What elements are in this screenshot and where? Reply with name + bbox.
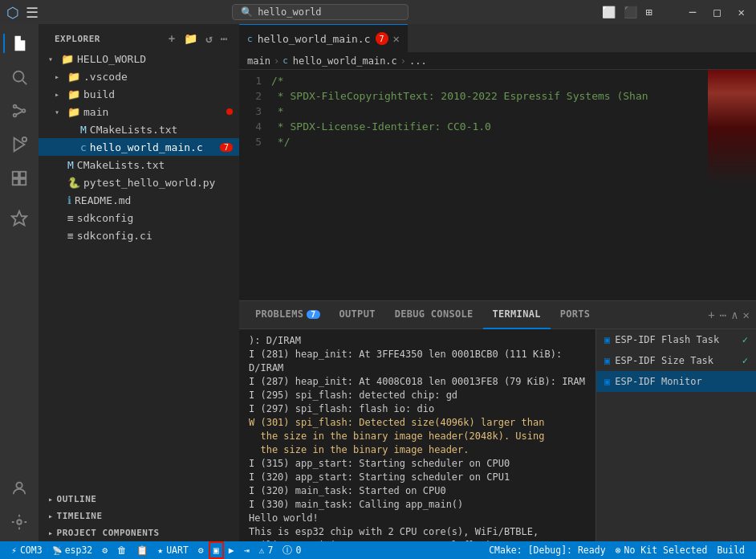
search-icon: 🔍 <box>241 6 253 18</box>
tree-item-cmakeroot[interactable]: ▸ M CMakeLists.txt <box>39 156 239 173</box>
tree-item-sdkconfig[interactable]: ▸ ≡ sdkconfig <box>39 209 239 226</box>
collapse-all-icon[interactable]: ⋯ <box>219 31 230 47</box>
layout-toggle-2-icon[interactable]: ⬛ <box>624 6 637 18</box>
maximize-button[interactable]: □ <box>709 4 725 20</box>
status-bar-right: CMake: [Debug]: Ready ⊗ No Kit Selected … <box>484 541 750 559</box>
tree-item-main[interactable]: ▾ 📁 main <box>39 103 239 120</box>
status-cmake[interactable]: CMake: [Debug]: Ready <box>484 541 610 559</box>
tree-item-sdkconfig-ci[interactable]: ▸ ≡ sdkconfig.ci <box>39 226 239 244</box>
tree-item-readme[interactable]: ▸ ℹ README.md <box>39 191 239 209</box>
layout-toggle-1-icon[interactable]: ⬜ <box>602 6 616 18</box>
new-file-icon[interactable]: + <box>167 31 177 47</box>
tree-item-vscode[interactable]: ▸ 📁 .vscode <box>39 67 239 85</box>
activity-source-control-icon[interactable] <box>3 95 35 127</box>
status-uart[interactable]: ★ UART <box>152 541 193 559</box>
status-build[interactable]: Build <box>712 541 750 559</box>
activity-esp-icon[interactable] <box>3 202 35 235</box>
new-folder-icon[interactable]: 📁 <box>182 31 200 47</box>
activity-explorer-icon[interactable] <box>3 27 35 59</box>
tree-item-build[interactable]: ▸ 📁 build <box>39 85 239 103</box>
activity-extensions-icon[interactable] <box>3 162 35 194</box>
panel-chevron-up-icon[interactable]: ∧ <box>731 308 738 321</box>
minimap-content <box>708 70 756 300</box>
status-highlight-btn[interactable]: ▣ <box>209 541 224 559</box>
search-text: hello_world <box>258 6 321 18</box>
status-com3[interactable]: ⚡ COM3 <box>6 541 47 559</box>
project-root[interactable]: ▾ 📁 HELLO_WORLD <box>39 50 239 67</box>
code-line-3: * <box>268 104 708 119</box>
line-num-2: 2 <box>239 88 262 104</box>
terminal-output[interactable]: ): D/IRAM I (281) heap_init: At 3FFE4350… <box>239 329 595 541</box>
status-nokit-icon: ⊗ <box>616 545 621 556</box>
status-esp32[interactable]: 📡 esp32 <box>47 541 98 559</box>
panel-tab-problems[interactable]: PROBLEMS 7 <box>246 301 330 329</box>
hellomain-file-icon: c <box>80 141 87 153</box>
tree-item-cmakemain[interactable]: ▸ M CMakeLists.txt <box>39 120 239 138</box>
activity-run-icon[interactable] <box>3 129 35 161</box>
build-label: build <box>83 88 115 100</box>
task-flash[interactable]: ▣ ESP-IDF Flash Task ✓ <box>596 329 756 350</box>
panel-tab-terminal[interactable]: TERMINAL <box>483 301 551 329</box>
svg-marker-13 <box>12 211 26 225</box>
layout-toggle-3-icon[interactable]: ⊞ <box>645 6 652 18</box>
status-settings[interactable]: ⚙ <box>97 541 112 559</box>
search-bar[interactable]: 🔍 hello_world <box>232 4 408 20</box>
panel-tab-output[interactable]: OUTPUT <box>330 301 385 329</box>
project-components-section[interactable]: ▸ PROJECT COMPONENTS <box>39 524 239 541</box>
breadcrumb-dots[interactable]: ... <box>409 55 427 67</box>
status-play[interactable]: ▶ <box>224 541 239 559</box>
tree-item-hello-world-main[interactable]: ▸ c hello_world_main.c 7 <box>39 138 239 156</box>
breadcrumb-file[interactable]: hello_world_main.c <box>293 55 397 67</box>
task-flash-icon: ▣ <box>604 334 610 345</box>
term-line-6: I (315) app_start: Starting scheduler on… <box>249 457 586 471</box>
title-bar: ⬡ ☰ 🔍 hello_world ⬜ ⬛ ⊞ ─ □ ✕ <box>0 0 756 24</box>
tab-filename: hello_world_main.c <box>258 33 371 45</box>
cmakemain-file-icon: M <box>80 124 87 136</box>
tree-item-pytest[interactable]: ▸ 🐍 pytest_hello_world.py <box>39 173 239 191</box>
tab-c-icon: c <box>247 34 253 44</box>
panel-add-icon[interactable]: + <box>708 308 714 321</box>
line-num-4: 4 <box>239 119 262 134</box>
sidebar: EXPLORER + 📁 ↺ ⋯ ▾ 📁 HELLO_WORLD ▸ 📁 .vs… <box>39 24 239 541</box>
hamburger-menu-icon[interactable]: ☰ <box>26 4 39 21</box>
panel-more-icon[interactable]: ⋯ <box>720 308 726 321</box>
status-no-kit[interactable]: ⊗ No Kit Selected <box>611 541 713 559</box>
breadcrumb-main[interactable]: main <box>247 55 270 67</box>
task-flash-label: ESP-IDF Flash Task <box>615 334 719 345</box>
timeline-section[interactable]: ▸ TIMELINE <box>39 508 239 524</box>
status-errors[interactable]: Ⓘ 0 <box>278 541 306 559</box>
main-modified-dot <box>226 108 233 115</box>
svg-point-15 <box>17 520 22 524</box>
task-monitor[interactable]: ▣ ESP-IDF Monitor <box>596 371 756 392</box>
status-cmake-label: CMake: [Debug]: Ready <box>489 545 605 556</box>
minimap <box>708 70 756 300</box>
status-uart-label: UART <box>166 545 189 556</box>
status-warnings[interactable]: ⚠ 7 <box>254 541 278 559</box>
activity-account-icon[interactable] <box>3 472 35 504</box>
svg-rect-12 <box>20 179 26 185</box>
status-clipboard[interactable]: 📋 <box>132 541 152 559</box>
outline-section[interactable]: ▸ OUTLINE <box>39 491 239 508</box>
panel-tab-debug[interactable]: DEBUG CONSOLE <box>385 301 483 329</box>
task-size[interactable]: ▣ ESP-IDF Size Task ✓ <box>596 350 756 371</box>
project-components-arrow-icon: ▸ <box>48 528 54 537</box>
panel-content: ): D/IRAM I (281) heap_init: At 3FFE4350… <box>239 329 756 541</box>
svg-line-6 <box>16 112 22 115</box>
close-button[interactable]: ✕ <box>734 4 750 20</box>
status-esp-settings[interactable]: ⚙ <box>193 541 209 559</box>
tab-hello-world-main[interactable]: c hello_world_main.c 7 ✕ <box>239 24 408 52</box>
status-trash[interactable]: 🗑 <box>112 541 132 559</box>
panel-close-icon[interactable]: ✕ <box>743 308 750 321</box>
line-numbers: 1 2 3 4 5 <box>239 70 268 300</box>
activity-settings-icon[interactable] <box>3 506 35 538</box>
activity-search-icon[interactable] <box>3 61 35 93</box>
minimize-button[interactable]: ─ <box>685 4 701 20</box>
term-line-8: I (320) main_task: Started on CPU0 <box>249 484 586 498</box>
code-content[interactable]: /* * SPDX-FileCopyrightText: 2010-2022 E… <box>268 70 708 300</box>
tab-close-icon[interactable]: ✕ <box>393 32 400 45</box>
refresh-icon[interactable]: ↺ <box>204 31 214 47</box>
code-area: 1 2 3 4 5 /* * SPDX-FileCopyrightText: 2… <box>239 70 756 300</box>
line-num-1: 1 <box>239 73 262 88</box>
panel-tab-ports[interactable]: PORTS <box>551 301 600 329</box>
status-tab[interactable]: ⇥ <box>239 541 254 559</box>
